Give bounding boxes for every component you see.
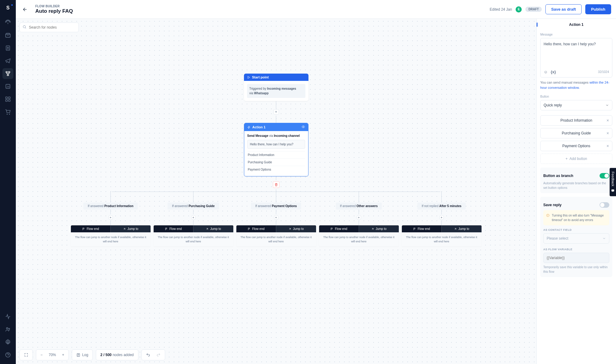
svg-rect-7 <box>9 97 10 99</box>
search-input[interactable] <box>19 23 79 32</box>
save-draft-button[interactable]: Save as draft <box>545 4 582 14</box>
action-message-preview: Hello there, how can I help you? <box>247 140 305 149</box>
button-label: Button <box>540 95 612 98</box>
bottom-toolbar: − 70% + Log 2 / 500 nodes added <box>19 349 165 360</box>
emoji-picker-icon[interactable]: ☺ <box>544 70 548 74</box>
editor-avatar[interactable]: E <box>516 6 522 12</box>
branch-label: If not replied After 5 minutes <box>417 203 466 210</box>
message-label: Message <box>540 33 612 36</box>
flow-var-hint: Temporarily save this variable to use on… <box>543 265 609 274</box>
message-hint: You can send manual messages within the … <box>540 80 612 90</box>
flow-end-node[interactable]: Flow endJump toThe flow can jump to anot… <box>402 225 482 247</box>
flow-var-label: AS FLOW VARIABLE <box>543 248 609 251</box>
add-node-button[interactable]: + <box>440 215 444 220</box>
sidebar-item-team[interactable] <box>2 324 13 335</box>
svg-point-11 <box>9 328 10 329</box>
contact-field-select[interactable]: Please select <box>543 233 609 244</box>
undo-button[interactable] <box>143 350 153 360</box>
sidebar-item-flow[interactable] <box>2 68 13 79</box>
action-option: Purchasing Guide <box>247 158 305 166</box>
zoom-level: 70% <box>46 353 59 357</box>
zoom-out-button[interactable]: − <box>37 350 46 360</box>
fullscreen-button[interactable] <box>21 350 31 360</box>
start-node-title: Start point <box>252 75 269 79</box>
svg-rect-9 <box>9 100 10 102</box>
sidebar-item-contacts[interactable] <box>2 43 13 54</box>
quick-reply-button[interactable]: Product Information × <box>540 115 612 126</box>
flow-end-node[interactable]: Flow endJump toThe flow can jump to anot… <box>71 225 151 247</box>
add-node-button[interactable]: + <box>273 109 279 115</box>
start-node[interactable]: Start point Triggered by Incoming messag… <box>244 74 308 101</box>
add-node-button[interactable]: + <box>357 215 361 220</box>
button-type-select[interactable]: Quick reply <box>540 100 612 110</box>
add-node-button[interactable]: + <box>274 215 278 220</box>
svg-point-14 <box>23 26 26 28</box>
sidebar-item-inbox[interactable] <box>2 30 13 41</box>
flow-end-node[interactable]: Flow endJump toThe flow can jump to anot… <box>154 225 233 247</box>
jump-to-button[interactable]: Jump to <box>276 225 316 232</box>
feedback-tab[interactable]: Feedback <box>610 168 616 196</box>
delete-node-button[interactable] <box>273 181 280 188</box>
save-reply-toggle[interactable] <box>600 202 609 208</box>
jump-to-button[interactable]: Jump to <box>193 225 233 232</box>
add-reply-button[interactable]: +Add button <box>540 154 612 164</box>
zoom-in-button[interactable]: + <box>59 350 67 360</box>
action-description: Send Message via Incoming channel <box>247 134 305 137</box>
flow-variable-input[interactable] <box>543 253 609 263</box>
sidebar-item-broadcast[interactable] <box>2 17 13 28</box>
flow-end-desc: The flow can jump to another node if ava… <box>402 232 482 247</box>
sidebar-item-commerce[interactable] <box>2 106 13 117</box>
sidebar-item-reports[interactable] <box>2 81 13 92</box>
status-badge: DRAFT <box>525 7 542 12</box>
svg-point-13 <box>6 353 10 357</box>
panel-tab[interactable]: Action 1 <box>537 19 616 30</box>
remove-button-icon[interactable]: × <box>607 118 609 123</box>
branch-toggle-desc: Automatically generate branches based on… <box>543 181 609 190</box>
svg-rect-8 <box>6 100 8 102</box>
flow-end-desc: The flow can jump to another node if ava… <box>71 232 151 247</box>
svg-point-10 <box>6 328 8 329</box>
flow-end-node[interactable]: Flow endJump toThe flow can jump to anot… <box>319 225 399 247</box>
branch-label: If answered Other answers <box>336 203 382 210</box>
svg-rect-2 <box>6 71 7 72</box>
jump-to-button[interactable]: Jump to <box>359 225 399 232</box>
add-node-button[interactable]: + <box>191 215 196 220</box>
action-option: Product Information <box>247 151 305 158</box>
svg-rect-6 <box>6 97 8 99</box>
remove-button-icon[interactable]: × <box>607 131 609 136</box>
remove-button-icon[interactable]: × <box>607 144 609 148</box>
action-node-title: Action 1 <box>252 125 266 129</box>
node-count: 2 / 500 nodes added <box>97 353 137 357</box>
preview-icon[interactable] <box>301 125 305 129</box>
add-node-button[interactable]: + <box>109 215 113 220</box>
sidebar-item-activity[interactable] <box>2 311 13 322</box>
page-title: Auto reply FAQ <box>35 8 484 14</box>
message-textarea[interactable]: Hello there, how can I help you? ☺ {x} 3… <box>540 38 612 78</box>
jump-to-button[interactable]: Jump to <box>110 225 151 232</box>
contact-field-label: AS CONTACT FIELD <box>543 228 609 231</box>
branch-toggle[interactable] <box>600 173 609 179</box>
redo-button[interactable] <box>153 350 164 360</box>
sidebar-item-help[interactable] <box>2 349 13 360</box>
svg-marker-15 <box>248 76 249 78</box>
quick-reply-button[interactable]: Purchasing Guide × <box>540 128 612 138</box>
info-icon: ⓘ <box>546 213 549 222</box>
sidebar-item-campaigns[interactable] <box>2 55 13 66</box>
page-header: FLOW BUILDER Auto reply FAQ Edited 24 Ja… <box>16 0 616 19</box>
app-logo[interactable]: S <box>4 4 12 12</box>
quick-reply-button[interactable]: Payment Options × <box>540 141 612 151</box>
svg-point-16 <box>303 127 304 127</box>
action-node[interactable]: Action 1 Send Message via Incoming chann… <box>244 123 308 176</box>
sidebar-item-settings[interactable] <box>2 337 13 348</box>
variable-insert-icon[interactable]: {x} <box>551 70 556 74</box>
svg-rect-18 <box>611 189 614 192</box>
flow-end-node[interactable]: Flow endJump toThe flow can jump to anot… <box>236 225 316 247</box>
log-button[interactable]: Log <box>73 350 91 360</box>
branch-label: If answered Payment Options <box>251 203 301 210</box>
jump-to-button[interactable]: Jump to <box>441 225 482 232</box>
back-button[interactable] <box>21 5 29 14</box>
publish-button[interactable]: Publish <box>585 4 611 14</box>
flow-canvas[interactable]: Start point Triggered by Incoming messag… <box>16 19 536 364</box>
sidebar-item-integrations[interactable] <box>2 94 13 105</box>
svg-rect-4 <box>7 75 9 75</box>
